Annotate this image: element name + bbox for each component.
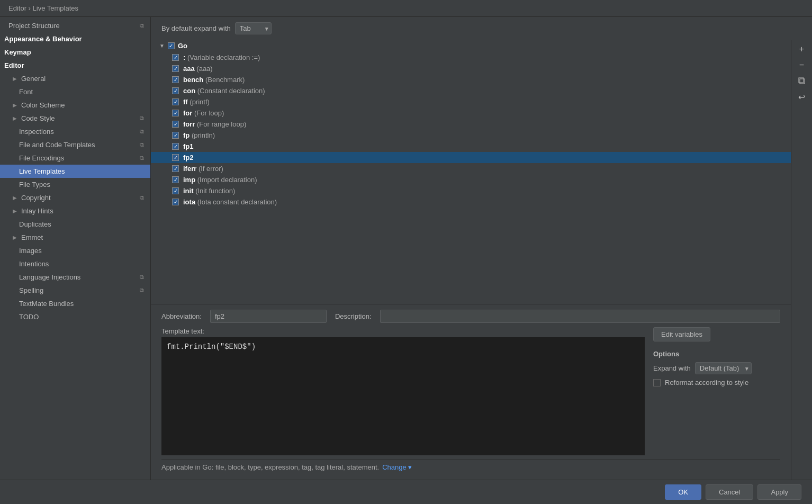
sidebar-item-inspections[interactable]: Inspections ⧉: [0, 125, 150, 138]
sidebar-item-intentions[interactable]: Intentions: [0, 257, 150, 271]
template-item-init[interactable]: init (Init function): [151, 185, 791, 196]
remove-button[interactable]: −: [795, 58, 809, 73]
reformat-row: Reformat according to style: [653, 379, 780, 386]
item-checkbox[interactable]: [172, 187, 179, 194]
template-item-fp1[interactable]: fp1: [151, 141, 791, 152]
ok-button[interactable]: OK: [665, 484, 701, 500]
template-item-forr[interactable]: forr (For range loop): [151, 119, 791, 130]
item-checkbox[interactable]: [172, 76, 179, 83]
item-checkbox[interactable]: [172, 87, 179, 94]
svg-rect-0: [800, 79, 805, 84]
template-item-for[interactable]: for (For loop): [151, 107, 791, 119]
sidebar-label: Editor: [4, 61, 24, 69]
item-abbr: bench (Benchmark): [183, 76, 245, 84]
item-checkbox[interactable]: [172, 165, 179, 172]
sidebar-item-live-templates[interactable]: Live Templates: [0, 165, 150, 178]
expand-arrow-icon: ▶: [13, 208, 17, 214]
template-text-label: Template text:: [161, 327, 645, 335]
sidebar-label: General: [21, 75, 46, 83]
sidebar-item-code-style[interactable]: ▶ Code Style ⧉: [0, 112, 150, 125]
add-button[interactable]: +: [795, 42, 809, 57]
template-item-imp[interactable]: imp (Import declaration): [151, 174, 791, 185]
item-abbr: aaa (aaa): [183, 65, 213, 73]
sidebar-item-general[interactable]: ▶ General: [0, 72, 150, 85]
template-item-ff[interactable]: ff (printf): [151, 96, 791, 107]
template-item-fp2[interactable]: fp2: [151, 152, 791, 163]
sidebar-item-editor[interactable]: Editor: [0, 59, 150, 72]
item-abbr: for (For loop): [183, 109, 224, 117]
sidebar-item-todo[interactable]: TODO: [0, 310, 150, 323]
abbreviation-label: Abbreviation:: [161, 312, 202, 320]
expand-arrow-icon: ▶: [13, 195, 17, 201]
item-abbr: iferr (If error): [183, 165, 223, 173]
change-link[interactable]: Change ▾: [382, 463, 412, 471]
template-item-iferr[interactable]: iferr (If error): [151, 163, 791, 174]
sidebar-item-language-injections[interactable]: Language Injections ⧉: [0, 271, 150, 284]
item-checkbox[interactable]: [172, 176, 179, 183]
content-main: ▼ Go : (Variable declaration :=) aaa (aa…: [151, 40, 812, 480]
template-group-go-header[interactable]: ▼ Go: [151, 40, 791, 52]
item-checkbox[interactable]: [172, 143, 179, 150]
sidebar-item-duplicates[interactable]: Duplicates: [0, 218, 150, 231]
sidebar-item-spelling[interactable]: Spelling ⧉: [0, 284, 150, 297]
sidebar-item-file-types[interactable]: File Types: [0, 178, 150, 191]
sidebar-item-file-encodings[interactable]: File Encodings ⧉: [0, 151, 150, 165]
sidebar-item-color-scheme[interactable]: ▶ Color Scheme: [0, 98, 150, 112]
content-area: By default expand with Tab Enter Space ▾…: [151, 17, 812, 480]
sidebar-item-emmet[interactable]: ▶ Emmet: [0, 231, 150, 244]
sidebar-item-inlay-hints[interactable]: ▶ Inlay Hints: [0, 204, 150, 218]
sidebar-item-project-structure[interactable]: Project Structure ⧉: [0, 19, 150, 32]
template-item-colon[interactable]: : (Variable declaration :=): [151, 52, 791, 63]
sidebar-item-images[interactable]: Images: [0, 244, 150, 257]
sidebar-item-appearance[interactable]: Appearance & Behavior: [0, 32, 150, 46]
apply-button[interactable]: Apply: [757, 484, 801, 500]
sidebar-item-font[interactable]: Font: [0, 85, 150, 98]
sidebar-item-keymap[interactable]: Keymap: [0, 46, 150, 59]
template-item-iota[interactable]: iota (Iota constant declaration): [151, 196, 791, 208]
item-checkbox[interactable]: [172, 132, 179, 139]
item-abbr: fp1: [183, 142, 194, 150]
expand-arrow-icon: ▶: [13, 102, 17, 108]
sidebar-label: Language Injections: [19, 273, 80, 281]
sidebar-label: Inlay Hints: [21, 207, 53, 215]
sidebar-label: Keymap: [4, 48, 31, 56]
sidebar-item-copyright[interactable]: ▶ Copyright ⧉: [0, 191, 150, 204]
group-name: Go: [178, 42, 187, 50]
expand-with-option-wrapper[interactable]: Default (Tab) Tab Enter Space ▾: [695, 362, 752, 374]
expand-with-select[interactable]: Tab Enter Space: [235, 22, 272, 34]
item-checkbox[interactable]: [172, 65, 179, 72]
expand-with-label: Expand with: [653, 364, 691, 372]
template-list: ▼ Go : (Variable declaration :=) aaa (aa…: [151, 40, 791, 304]
edit-variables-button[interactable]: Edit variables: [653, 327, 710, 341]
sidebar-item-file-code-templates[interactable]: File and Code Templates ⧉: [0, 138, 150, 151]
item-checkbox[interactable]: [172, 110, 179, 116]
sidebar-label: Images: [19, 247, 42, 255]
revert-button[interactable]: ↩: [795, 89, 809, 104]
reformat-checkbox[interactable]: [653, 379, 661, 386]
expand-with-option-select[interactable]: Default (Tab) Tab Enter Space: [695, 362, 752, 374]
item-checkbox[interactable]: [172, 199, 179, 205]
description-input[interactable]: [380, 310, 780, 323]
sidebar-item-textmate[interactable]: TextMate Bundles: [0, 297, 150, 310]
group-checkbox[interactable]: [168, 42, 175, 49]
cancel-button[interactable]: Cancel: [706, 484, 753, 500]
item-checkbox[interactable]: [172, 154, 179, 161]
template-item-aaa[interactable]: aaa (aaa): [151, 63, 791, 74]
template-item-bench[interactable]: bench (Benchmark): [151, 74, 791, 85]
sidebar-label: Code Style: [21, 114, 55, 122]
applicable-bar: Applicable in Go: file, block, type, exp…: [161, 460, 780, 474]
item-checkbox[interactable]: [172, 54, 179, 61]
copy-button[interactable]: [795, 74, 809, 88]
sidebar-label: TextMate Bundles: [19, 300, 74, 308]
item-abbr: con (Constant declaration): [183, 87, 265, 95]
sidebar: Project Structure ⧉ Appearance & Behavio…: [0, 17, 151, 480]
abbreviation-input[interactable]: [210, 310, 327, 323]
item-checkbox[interactable]: [172, 121, 179, 128]
expand-option-label: By default expand with: [161, 24, 231, 32]
item-checkbox[interactable]: [172, 98, 179, 105]
expand-with-select-wrapper[interactable]: Tab Enter Space ▾: [235, 22, 272, 34]
template-item-con[interactable]: con (Constant declaration): [151, 85, 791, 96]
template-item-fp[interactable]: fp (println): [151, 130, 791, 141]
template-text-input[interactable]: fmt.Println("$END$"): [161, 337, 645, 455]
sidebar-label: Project Structure: [8, 22, 60, 30]
